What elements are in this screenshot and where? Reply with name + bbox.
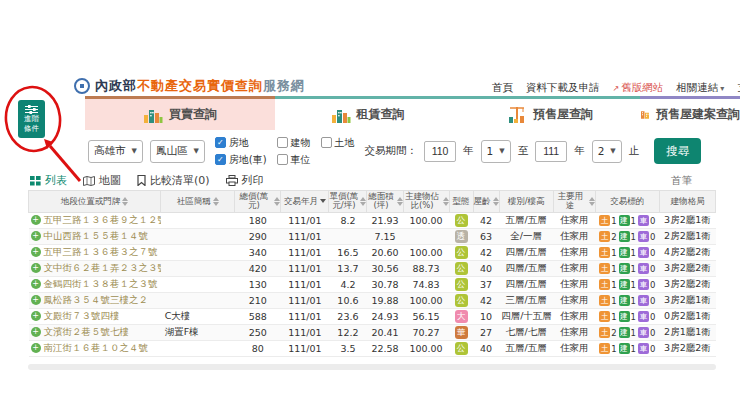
tab-2[interactable]: 預售屋查詢	[460, 96, 640, 130]
nav-item-3[interactable]: 相關連結▾	[676, 81, 724, 95]
column-header-12: 建物格局	[659, 191, 715, 213]
community-cell	[161, 292, 235, 308]
checkbox-2[interactable]: 土地	[321, 136, 355, 150]
targets-cell: 土1建1車0	[595, 260, 659, 276]
tab-1[interactable]: 租賃查詢	[275, 96, 460, 130]
column-header-0[interactable]: 地段位置或門牌	[29, 191, 161, 213]
start-year-input[interactable]	[424, 141, 456, 162]
sort-icon[interactable]	[443, 197, 449, 206]
age-cell: 40	[473, 260, 499, 276]
expand-row-icon[interactable]: +	[31, 343, 41, 353]
column-header-label: 型態	[453, 197, 470, 206]
building-type-cell: 公	[449, 276, 473, 292]
start-month-select[interactable]: 1 ▼	[481, 140, 511, 163]
community-cell	[161, 340, 235, 356]
nav-item-0[interactable]: 首頁	[492, 81, 513, 95]
address-link[interactable]: 中山西路１５５巷１４號	[44, 230, 149, 241]
use-cell: 住家用	[553, 260, 595, 276]
table-row: +五甲三路１３６巷３之７號 340 111/01 16.5 20.60 100.…	[29, 244, 716, 260]
checkbox-box[interactable]	[321, 137, 332, 148]
end-month-select[interactable]: 2 ▼	[592, 140, 622, 163]
address-link[interactable]: 五甲三路１３６巷３之７號	[44, 246, 158, 257]
column-header-5[interactable]: 總面積(坪)	[367, 191, 403, 213]
column-header-6[interactable]: 主建物佔比(%)	[403, 191, 449, 213]
targets-cell: 土1建1車0	[595, 292, 659, 308]
search-button[interactable]: 搜尋	[654, 138, 701, 164]
nav-item-label: 首頁	[492, 81, 513, 95]
expand-row-icon[interactable]: +	[31, 327, 41, 337]
city-select[interactable]: 高雄市 ▼	[88, 140, 143, 163]
sort-icon[interactable]	[589, 197, 595, 206]
tab-label: 租賃查詢	[357, 106, 405, 123]
address-link[interactable]: 文殿街７３號四樓	[44, 310, 120, 321]
chevron-down-icon: ▼	[193, 147, 198, 155]
layout-cell: 2房1廳1衛	[659, 324, 715, 340]
column-header-label: 主要用途	[554, 192, 587, 211]
nav-item-2[interactable]: ↗舊版網站	[613, 81, 664, 95]
period-label: 交易期間：	[365, 144, 418, 158]
checkbox-box[interactable]	[277, 137, 288, 148]
address-link[interactable]: 南江街１６巷１０之４號	[44, 342, 149, 353]
target-parking: 車0	[638, 215, 655, 226]
expand-row-icon[interactable]: +	[31, 263, 41, 273]
address-link[interactable]: 文濱街２巷５號七樓	[44, 326, 130, 337]
sort-icon[interactable]	[360, 197, 366, 206]
column-header-10[interactable]: 主要用途	[553, 191, 595, 213]
expand-row-icon[interactable]: +	[31, 215, 41, 225]
column-header-3[interactable]: 交易年月	[281, 191, 329, 213]
column-header-4[interactable]: 單價(萬元/坪)	[329, 191, 367, 213]
land-icon: 土	[599, 295, 610, 306]
area-cell: 20.60	[367, 244, 403, 260]
checkbox-3[interactable]: ✓房地(車)	[215, 153, 267, 167]
checkbox-box[interactable]	[277, 154, 288, 165]
expand-row-icon[interactable]: +	[31, 247, 41, 257]
ratio-cell: 88.73	[403, 260, 449, 276]
compare-list-button[interactable]: 比較清單(0)	[137, 173, 210, 188]
table-row: +文殿街７３號四樓 C大樓 588 111/01 23.6 24.93 56.1…	[29, 308, 716, 324]
total-price-cell: 588	[235, 308, 281, 324]
map-view-button[interactable]: 地圖	[83, 173, 121, 188]
list-view-button[interactable]: 列表	[30, 173, 67, 188]
end-year-input[interactable]	[535, 141, 567, 162]
checkbox-box[interactable]: ✓	[215, 154, 226, 165]
address-link[interactable]: 鳳松路３５４號三樓之２	[44, 294, 149, 305]
tab-3[interactable]: 預售屋建案查詢	[640, 96, 740, 130]
sort-icon[interactable]	[493, 197, 499, 206]
tab-0[interactable]: 買賣查詢	[85, 96, 275, 130]
checkbox-1[interactable]: 建物	[277, 136, 311, 150]
sort-icon[interactable]	[213, 197, 219, 206]
unit-price-cell: 12.2	[329, 324, 367, 340]
checkbox-0[interactable]: ✓房地	[215, 136, 267, 150]
table-scrollbar[interactable]	[28, 364, 716, 370]
use-cell: 住家用	[553, 292, 595, 308]
page-info[interactable]: 首筆	[671, 174, 714, 188]
checkbox-box[interactable]: ✓	[215, 137, 226, 148]
address-link[interactable]: 文中街６２巷１弄２３之３號	[44, 262, 161, 273]
floors-cell: 四層/十五層	[499, 308, 553, 324]
address-link[interactable]: 五甲三路１３６巷９之１２號	[44, 214, 161, 225]
sort-desc-icon[interactable]	[320, 199, 326, 203]
address-link[interactable]: 金鶴四街１３８巷１之３號	[44, 278, 158, 289]
expand-row-icon[interactable]: +	[31, 295, 41, 305]
column-header-2[interactable]: 總價(萬元)	[235, 191, 281, 213]
district-select[interactable]: 鳳山區 ▼	[150, 140, 205, 163]
sort-icon[interactable]	[122, 197, 128, 206]
land-icon: 土	[599, 327, 610, 338]
expand-row-icon[interactable]: +	[31, 279, 41, 289]
print-button[interactable]: 列印	[226, 173, 264, 188]
expand-row-icon[interactable]: +	[31, 311, 41, 321]
property-type-checkbox-group: ✓房地建物土地✓房地(車)車位	[215, 136, 355, 167]
target-parking: 車0	[638, 247, 655, 258]
column-header-1[interactable]: 社區簡稱	[161, 191, 235, 213]
checkbox-4[interactable]: 車位	[277, 153, 311, 167]
date-cell: 111/01	[281, 308, 329, 324]
checkbox-label: 土地	[335, 136, 355, 150]
sort-icon[interactable]	[274, 197, 280, 206]
nav-item-1[interactable]: 資料下載及申請	[526, 81, 600, 95]
advanced-conditions-button[interactable]: 進階 條件	[18, 100, 45, 138]
column-header-8[interactable]: 屋齡	[473, 191, 499, 213]
sort-icon[interactable]	[397, 197, 403, 206]
checkbox-label: 房地	[229, 136, 249, 150]
site-header: 內政部不動產交易實價查詢服務網	[74, 76, 305, 96]
expand-row-icon[interactable]: +	[31, 231, 41, 241]
